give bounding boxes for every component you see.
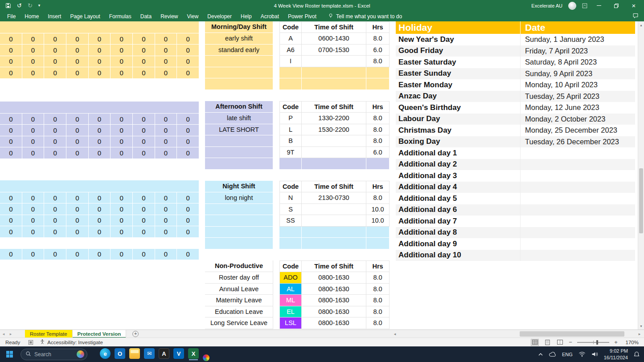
grid-cell[interactable]: 0 bbox=[22, 114, 44, 124]
grid-cell[interactable]: 0 bbox=[44, 249, 66, 260]
grid-cell[interactable]: 0 bbox=[111, 192, 132, 203]
holiday-name-cell[interactable]: Additional day 6 bbox=[396, 204, 521, 216]
holiday-date-cell[interactable] bbox=[521, 227, 635, 239]
grid-cell[interactable]: 0 bbox=[0, 125, 22, 135]
shift-name-cell[interactable] bbox=[205, 158, 273, 170]
grid-cell[interactable]: 0 bbox=[155, 56, 177, 67]
shift-time-cell[interactable] bbox=[302, 67, 366, 79]
shift-time-cell[interactable]: 0800-1630 bbox=[302, 306, 366, 318]
shift-code-cell[interactable]: AL bbox=[279, 284, 302, 295]
shift-hrs-cell[interactable]: 10.0 bbox=[366, 204, 390, 216]
grid-cell[interactable]: 0 bbox=[0, 226, 22, 237]
grid-cell[interactable]: 0 bbox=[89, 114, 111, 124]
zero-block-header-strip[interactable] bbox=[0, 102, 199, 113]
grid-cell[interactable]: 0 bbox=[111, 125, 132, 135]
grid-cell[interactable]: 0 bbox=[111, 226, 132, 237]
redo-icon[interactable]: ↻ bbox=[28, 3, 33, 8]
shift-time-cell[interactable]: 1330-2200 bbox=[302, 113, 366, 124]
shift-hrs-cell[interactable]: 8.0 bbox=[366, 192, 390, 204]
holiday-date-cell[interactable]: Sunday, 9 April 2023 bbox=[521, 68, 635, 80]
grid-cell[interactable]: 0 bbox=[66, 203, 88, 214]
shift-hrs-cell[interactable] bbox=[366, 238, 390, 249]
grid-cell[interactable]: 0 bbox=[0, 192, 22, 203]
grid-cell[interactable]: 0 bbox=[0, 203, 22, 214]
grid-cell[interactable]: 0 bbox=[0, 215, 22, 226]
language-indicator[interactable]: ENG bbox=[562, 352, 573, 357]
sheet-nav-left-icon[interactable]: ◂ bbox=[0, 332, 7, 336]
holiday-date-cell[interactable]: Monday, 25 December 2023 bbox=[521, 125, 635, 136]
shift-hrs-cell[interactable]: 8.0 bbox=[366, 113, 390, 124]
shift-hrs-cell[interactable] bbox=[366, 78, 390, 90]
grid-cell[interactable]: 0 bbox=[22, 203, 44, 214]
taskbar-search[interactable]: Search bbox=[21, 349, 87, 360]
grid-cell[interactable]: 0 bbox=[89, 147, 111, 158]
grid-cell[interactable]: 0 bbox=[155, 192, 177, 203]
holiday-name-cell[interactable]: Queen's Birthday bbox=[396, 102, 521, 114]
grid-cell[interactable]: 0 bbox=[155, 33, 177, 44]
shift-time-cell[interactable] bbox=[302, 238, 366, 249]
shift-hrs-cell[interactable]: 6.0 bbox=[366, 147, 390, 159]
grid-cell[interactable]: 0 bbox=[177, 203, 199, 214]
grid-cell[interactable]: 0 bbox=[66, 114, 88, 124]
file-explorer-taskbar-icon[interactable] bbox=[129, 348, 140, 359]
holiday-name-cell[interactable]: Additional day 7 bbox=[396, 216, 521, 227]
holiday-name-cell[interactable]: Additional day 5 bbox=[396, 193, 521, 204]
grid-cell[interactable]: 0 bbox=[66, 249, 88, 260]
vertical-scroll-thumb[interactable] bbox=[639, 168, 643, 233]
save-icon[interactable] bbox=[5, 3, 11, 8]
app-a-taskbar-icon[interactable]: A bbox=[159, 348, 169, 359]
shift-name-cell[interactable]: Long Service Leave bbox=[205, 317, 273, 329]
shift-hrs-cell[interactable]: 8.0 bbox=[366, 317, 390, 329]
grid-cell[interactable]: 0 bbox=[22, 56, 44, 67]
grid-cell[interactable]: 0 bbox=[0, 249, 22, 260]
shift-hrs-cell[interactable]: 8.0 bbox=[366, 135, 390, 147]
shift-time-cell[interactable] bbox=[302, 147, 366, 159]
spreadsheet[interactable]: Holiday Date New Year's DaySunday, 1 Jan… bbox=[0, 21, 644, 329]
grid-cell[interactable]: 0 bbox=[155, 215, 177, 226]
grid-cell[interactable]: 0 bbox=[133, 147, 155, 158]
shift-name-cell[interactable]: Maternity Leave bbox=[205, 295, 273, 306]
grid-cell[interactable]: 0 bbox=[177, 114, 199, 124]
grid-cell[interactable]: 0 bbox=[89, 45, 111, 55]
grid-cell[interactable]: 0 bbox=[22, 125, 44, 135]
holiday-name-cell[interactable]: Boxing Day bbox=[396, 136, 521, 148]
grid-cell[interactable]: 0 bbox=[22, 226, 44, 237]
shift-time-cell[interactable] bbox=[302, 204, 366, 216]
scroll-up-icon[interactable]: ▴ bbox=[638, 21, 644, 28]
shift-name-cell[interactable]: LATE SHORT bbox=[205, 124, 273, 136]
holiday-name-cell[interactable]: Easter Saturday bbox=[396, 57, 521, 68]
grid-cell[interactable]: 0 bbox=[177, 192, 199, 203]
grid-cell[interactable]: 0 bbox=[22, 45, 44, 55]
grid-cell[interactable]: 0 bbox=[133, 226, 155, 237]
sheet-nav-right-icon[interactable]: ▸ bbox=[7, 332, 14, 336]
shift-code-cell[interactable]: EL bbox=[279, 306, 302, 318]
grid-cell[interactable]: 0 bbox=[44, 56, 66, 67]
grid-cell[interactable]: 0 bbox=[177, 226, 199, 237]
ribbon-tab-acrobat[interactable]: Acrobat bbox=[256, 11, 283, 21]
holiday-date-cell[interactable]: Sunday, 1 January 2023 bbox=[521, 34, 635, 45]
excel-taskbar-icon[interactable]: X bbox=[188, 348, 199, 360]
ribbon-tab-file[interactable]: File bbox=[3, 11, 20, 21]
shift-code-cell[interactable]: I bbox=[279, 56, 302, 67]
grid-cell[interactable]: 0 bbox=[44, 147, 66, 158]
grid-cell[interactable]: 0 bbox=[111, 136, 132, 147]
holiday-date-cell[interactable]: Tuesday, 26 December 2023 bbox=[521, 136, 635, 148]
grid-cell[interactable]: 0 bbox=[44, 125, 66, 135]
holiday-date-cell[interactable] bbox=[521, 193, 635, 204]
ribbon-tab-formulas[interactable]: Formulas bbox=[105, 11, 136, 21]
grid-cell[interactable]: 0 bbox=[111, 56, 132, 67]
shift-hrs-cell[interactable]: 8.0 bbox=[366, 272, 390, 284]
shift-time-cell[interactable] bbox=[302, 56, 366, 67]
holiday-date-cell[interactable]: Friday, 7 April 2023 bbox=[521, 45, 635, 57]
grid-cell[interactable]: 0 bbox=[133, 249, 155, 260]
grid-cell[interactable]: 0 bbox=[0, 33, 22, 44]
grid-cell[interactable]: 0 bbox=[22, 67, 44, 78]
shift-hrs-cell[interactable] bbox=[366, 227, 390, 238]
grid-cell[interactable]: 0 bbox=[66, 147, 88, 158]
customize-quick-access-icon[interactable]: ▾ bbox=[38, 4, 41, 8]
grid-cell[interactable]: 0 bbox=[133, 45, 155, 55]
grid-cell[interactable]: 0 bbox=[0, 67, 22, 78]
shift-code-cell[interactable] bbox=[279, 67, 302, 79]
ribbon-display-options-icon[interactable] bbox=[582, 3, 587, 8]
grid-cell[interactable]: 0 bbox=[89, 215, 111, 226]
